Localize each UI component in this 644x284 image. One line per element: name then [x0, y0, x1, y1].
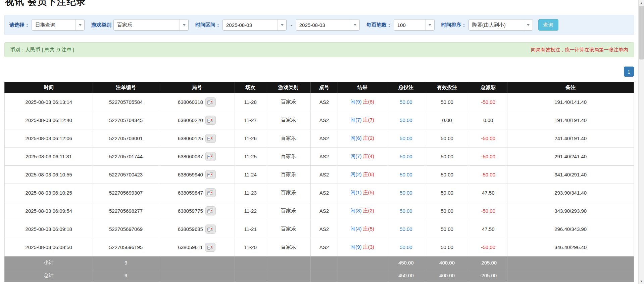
page-number-button[interactable]: 1	[624, 67, 634, 77]
cell-empty	[338, 256, 387, 269]
cell-valid-bet: 50.00	[425, 148, 469, 166]
cell-bet-id: 522705703001	[93, 129, 159, 148]
cell-remark: 291.40/241.40	[507, 148, 634, 166]
cell-total-bet[interactable]: 50.00	[387, 220, 425, 238]
round-number: 638059940	[178, 172, 203, 177]
table-row: 2025-08-03 06:12:06522705703001638060125…	[5, 129, 634, 148]
round-replay-icon[interactable]	[205, 206, 216, 215]
query-type-select[interactable]: 日期查询	[32, 19, 85, 31]
cell-result: 闲(6) 庄(2)	[338, 129, 387, 148]
cell-total-bet[interactable]: 50.00	[387, 111, 425, 129]
round-number: 638060220	[178, 117, 203, 123]
scrollbar-down-arrow-icon[interactable]: ▼	[639, 278, 644, 284]
round-replay-icon[interactable]	[205, 152, 216, 161]
cell-game-type: 百家乐	[266, 202, 311, 220]
filter-bar: 请选择： 日期查询 游戏类别 百家乐 时间区间： 2025-08-03 ~ 20…	[4, 15, 634, 35]
table-row: 2025-08-03 06:09:54522705698277638059775…	[5, 202, 634, 220]
cell-payout: 0.00	[469, 111, 507, 129]
cell-total-bet[interactable]: 50.00	[387, 148, 425, 166]
cell-remark: 341.40/291.40	[507, 166, 634, 184]
table-row: 2025-08-03 06:10:25522705699307638059847…	[5, 184, 634, 202]
valid-bet-notice-text: 同局有效投注，统一计算在该局第一张注单内	[531, 47, 628, 53]
cell-total-bet[interactable]: 50.00	[387, 238, 425, 256]
cell-time: 2025-08-03 06:10:25	[5, 184, 93, 202]
cell-payout: -50.00	[469, 93, 507, 111]
round-number: 638059685	[178, 226, 203, 232]
cell-session: 11-23	[235, 184, 266, 202]
cell-round: 638059940	[159, 166, 235, 184]
result-player: 闲(2)	[350, 171, 361, 177]
round-replay-icon[interactable]	[205, 225, 216, 234]
cell-remark: 241.40/191.40	[507, 129, 634, 148]
subtotal-payout: -205.00	[469, 256, 507, 269]
header-session: 场次	[235, 82, 266, 93]
header-valid-bet: 有效投注	[425, 82, 469, 93]
total-label: 总计	[5, 269, 93, 282]
chevron-down-icon	[426, 19, 434, 30]
cell-payout: -50.00	[469, 238, 507, 256]
cell-valid-bet: 50.00	[425, 220, 469, 238]
cell-session: 11-22	[235, 202, 266, 220]
cell-payout: 47.50	[469, 220, 507, 238]
round-replay-icon[interactable]	[205, 97, 216, 107]
cell-bet-id: 522705700423	[93, 166, 159, 184]
cell-total-bet[interactable]: 50.00	[387, 184, 425, 202]
scrollbar-thumb[interactable]	[639, 6, 644, 59]
result-player: 闲(1)	[350, 190, 361, 195]
cell-empty	[159, 269, 235, 282]
result-banker: 庄(2)	[363, 208, 374, 213]
round-replay-icon[interactable]	[205, 170, 216, 179]
round-replay-icon[interactable]	[205, 188, 216, 197]
cell-payout: -50.00	[469, 148, 507, 166]
table-row: 2025-08-03 06:13:14522705705584638060318…	[5, 93, 634, 111]
result-player: 闲(9)	[350, 244, 361, 250]
round-replay-icon[interactable]	[205, 116, 216, 125]
cell-valid-bet: 50.00	[425, 93, 469, 111]
result-player: 闲(8)	[350, 208, 361, 213]
cell-bet-id: 522705696195	[93, 238, 159, 256]
cell-game-type: 百家乐	[266, 111, 311, 129]
round-number: 638060037	[178, 154, 203, 159]
sort-order-value: 降幂(由大到小)	[469, 22, 524, 28]
round-number: 638059847	[178, 190, 203, 196]
table-row: 2025-08-03 06:09:18522705697069638059685…	[5, 220, 634, 238]
cell-table-no: AS2	[311, 111, 338, 129]
round-replay-icon[interactable]	[205, 243, 215, 252]
cell-result: 闲(9) 庄(3)	[338, 238, 387, 256]
cell-round: 638059847	[159, 184, 235, 202]
page-size-value: 100	[394, 22, 426, 28]
cell-time: 2025-08-03 06:08:50	[5, 238, 93, 256]
query-button[interactable]: 查询	[538, 19, 558, 31]
date-to-value: 2025-08-03	[296, 22, 351, 28]
query-type-value: 日期查询	[32, 22, 76, 28]
sort-order-select[interactable]: 降幂(由大到小)	[468, 19, 533, 31]
header-bet-id: 注单编号	[93, 82, 159, 93]
page-size-select[interactable]: 100	[394, 19, 435, 31]
round-replay-icon[interactable]	[205, 134, 216, 143]
result-player: 闲(6)	[350, 135, 361, 141]
sort-order-label: 时间排序：	[441, 22, 466, 28]
scrollbar-up-arrow-icon[interactable]: ▲	[639, 0, 644, 6]
cell-empty	[507, 256, 634, 269]
cell-payout: -50.00	[469, 129, 507, 148]
table-body: 2025-08-03 06:13:14522705705584638060318…	[5, 93, 634, 256]
cell-bet-id: 522705697069	[93, 220, 159, 238]
cell-total-bet[interactable]: 50.00	[387, 93, 425, 111]
result-banker: 庄(4)	[363, 153, 374, 159]
header-time: 时间	[5, 82, 93, 93]
cell-remark: 191.40/141.40	[507, 93, 634, 111]
result-player: 闲(7)	[350, 153, 361, 159]
cell-payout: -50.00	[469, 202, 507, 220]
date-from-value: 2025-08-03	[223, 22, 278, 28]
cell-total-bet[interactable]: 50.00	[387, 202, 425, 220]
date-from-select[interactable]: 2025-08-03	[222, 19, 287, 31]
cell-total-bet[interactable]: 50.00	[387, 166, 425, 184]
game-type-select[interactable]: 百家乐	[113, 19, 189, 31]
cell-empty	[311, 269, 338, 282]
cell-valid-bet: 50.00	[425, 129, 469, 148]
cell-round: 638059611	[159, 238, 235, 256]
vertical-scrollbar[interactable]: ▲ ▼	[638, 0, 644, 284]
cell-total-bet[interactable]: 50.00	[387, 129, 425, 148]
date-to-select[interactable]: 2025-08-03	[296, 19, 360, 31]
table-row: 2025-08-03 06:11:31522705701744638060037…	[5, 148, 634, 166]
